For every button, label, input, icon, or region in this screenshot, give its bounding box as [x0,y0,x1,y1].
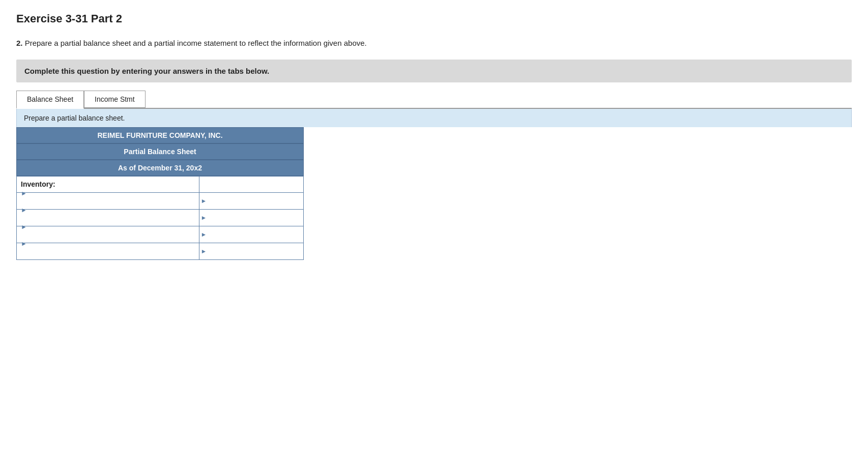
row1-label-input[interactable] [21,197,199,213]
row4-value-cell: ► [199,243,304,259]
row2-value-cell: ► [199,209,304,226]
row3-label-arrow: ► [21,223,27,230]
inventory-row: Inventory: [17,176,304,192]
tab-content-header: Prepare a partial balance sheet. [16,109,852,127]
page-title: Exercise 3-31 Part 2 [16,12,852,25]
row2-value-input[interactable] [201,210,301,226]
inventory-value-cell [199,176,304,192]
bs-subtitle: Partial Balance Sheet [16,143,304,160]
row4-label-arrow: ► [21,240,27,247]
row4-value-input[interactable] [201,243,301,259]
row2-label-input[interactable] [21,214,199,230]
balance-sheet-wrapper: REIMEL FURNITURE COMPANY, INC. Partial B… [16,127,304,260]
balance-sheet-table: Inventory: ► ► ► ► [16,176,304,260]
inventory-label: Inventory: [17,176,199,192]
row4-value-arrow: ► [200,248,207,255]
question-text: 2. Prepare a partial balance sheet and a… [16,38,852,49]
row3-value-cell: ► [199,226,304,243]
row4-label-input[interactable] [21,247,199,264]
row1-value-cell: ► [199,192,304,209]
row2-value-arrow: ► [200,214,207,221]
row3-value-input[interactable] [201,226,301,243]
tabs-container: Balance Sheet Income Stmt [16,91,852,109]
row1-value-input[interactable] [201,193,301,209]
table-row: ► ► [17,192,304,209]
bs-date: As of December 31, 20x2 [16,160,304,176]
row1-label-cell: ► [17,192,199,209]
row3-label-input[interactable] [21,230,199,247]
row1-label-arrow: ► [21,190,27,197]
row1-value-arrow: ► [200,197,207,205]
bs-company-name: REIMEL FURNITURE COMPANY, INC. [16,127,304,143]
instruction-bar: Complete this question by entering your … [16,60,852,82]
row3-value-arrow: ► [200,231,207,238]
tab-balance-sheet[interactable]: Balance Sheet [16,91,84,109]
tab-income-stmt[interactable]: Income Stmt [84,91,146,108]
row2-label-arrow: ► [21,207,27,214]
